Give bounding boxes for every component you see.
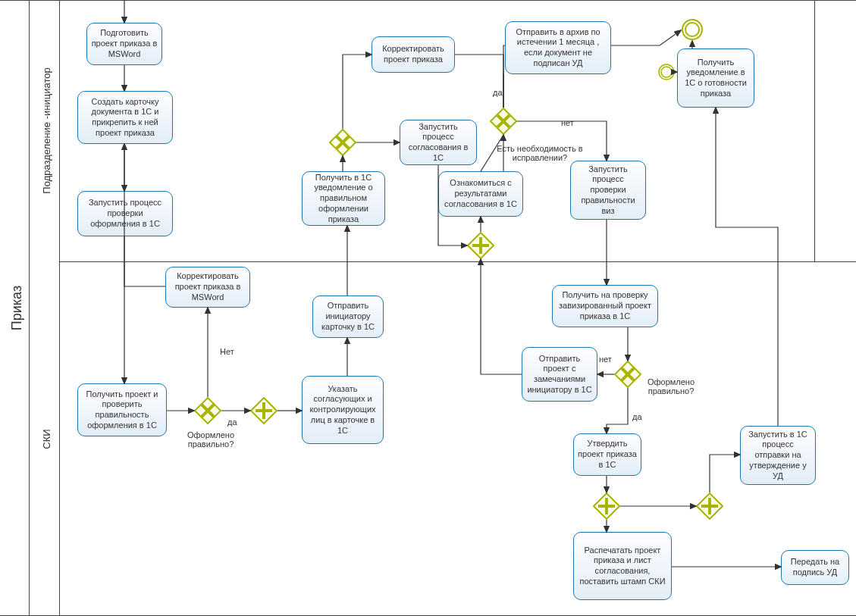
label-g3-yes: да: [493, 88, 503, 97]
lane-border-right-1: [814, 0, 815, 261]
pool-border-top: [0, 0, 856, 1]
task-receive-visa-project[interactable]: Получить на проверку завизированный прое…: [552, 285, 658, 327]
lane-divider: [59, 261, 856, 262]
label-g4-no: нет: [599, 355, 612, 364]
label-need-fix: Есть необходимость в исправлении?: [494, 144, 585, 162]
task-archive-1month[interactable]: Отправить в архив по истечении 1 месяца …: [505, 21, 611, 74]
task-prepare-msword[interactable]: Подготовить проект приказа в MSWord: [86, 23, 162, 65]
task-correct-order[interactable]: Корректировать проект приказа: [372, 36, 455, 73]
lane-border-left: [59, 0, 60, 616]
gateway-format-correct-2[interactable]: [614, 361, 641, 388]
task-receive-check-format[interactable]: Получить проект и проверить правильность…: [77, 383, 167, 436]
task-start-format-check[interactable]: Запустить процесс проверки оформления в …: [77, 191, 173, 236]
task-send-remarks[interactable]: Отправить проект с замечаниями инициатор…: [522, 347, 597, 402]
gateway-need-fix[interactable]: [490, 108, 517, 135]
label-g1-yes: да: [227, 417, 237, 427]
task-specify-approvers[interactable]: Указать согласующих и контролирующих лиц…: [302, 376, 384, 444]
task-start-visa-check[interactable]: Запустить процесс проверки правильности …: [570, 161, 646, 220]
label-g3-no: нет: [561, 118, 574, 127]
gateway-parallel-1[interactable]: [250, 397, 277, 424]
pool-label-text: Приказ: [10, 286, 26, 330]
label-g4-yes: да: [632, 412, 642, 421]
gateway-parallel-4[interactable]: [696, 492, 723, 520]
lane-bottom-label: СКИ: [35, 261, 58, 616]
pool-border-left: [29, 0, 30, 616]
lane-top-label-text: Подразделение -инициатор: [41, 67, 52, 193]
task-start-approval[interactable]: Запустить процесс согласования в 1С: [400, 120, 477, 165]
gateway-exclusive-2[interactable]: [329, 129, 356, 156]
task-send-card-initiator[interactable]: Отправить инициатору карточку в 1С: [312, 295, 384, 338]
task-create-1c-card[interactable]: Создать карточку документа в 1С и прикре…: [77, 91, 173, 144]
label-format-correct-2: Оформлено правильно?: [644, 377, 698, 396]
task-approve-1c[interactable]: Утвердить проект приказа в 1С: [573, 433, 641, 476]
gateway-parallel-3[interactable]: [593, 492, 620, 520]
task-print-stamp[interactable]: Распечатать проект приказа и лист соглас…: [573, 532, 672, 600]
gateway-format-correct-1[interactable]: [194, 397, 221, 424]
task-send-ud-sign[interactable]: Передать на подпись УД: [781, 550, 849, 585]
task-correct-msword[interactable]: Корректировать проект приказа в MSWord: [165, 267, 250, 308]
bpmn-diagram: Приказ Подразделение -инициатор СКИ Подг…: [0, 0, 856, 616]
task-receive-ready-notice[interactable]: Получить уведомление в 1С о готовности п…: [677, 48, 754, 108]
task-start-ud-approval[interactable]: Запустить в 1С процесс отправки на утвер…: [740, 426, 816, 485]
lane-top-label: Подразделение -инициатор: [35, 0, 58, 261]
task-review-results[interactable]: Ознакомиться с результатами согласования…: [438, 171, 523, 217]
event-intermediate[interactable]: [658, 64, 675, 80]
pool-label: Приказ: [6, 0, 29, 616]
lane-bottom-label-text: СКИ: [41, 429, 52, 449]
label-g1-no: Нет: [220, 347, 234, 356]
label-format-correct-1: Оформлено правильно?: [180, 430, 241, 449]
event-end[interactable]: [681, 18, 704, 41]
task-receive-format-ok[interactable]: Получить в 1С уведомление о правильном о…: [302, 171, 385, 226]
gateway-parallel-2[interactable]: [467, 232, 494, 259]
